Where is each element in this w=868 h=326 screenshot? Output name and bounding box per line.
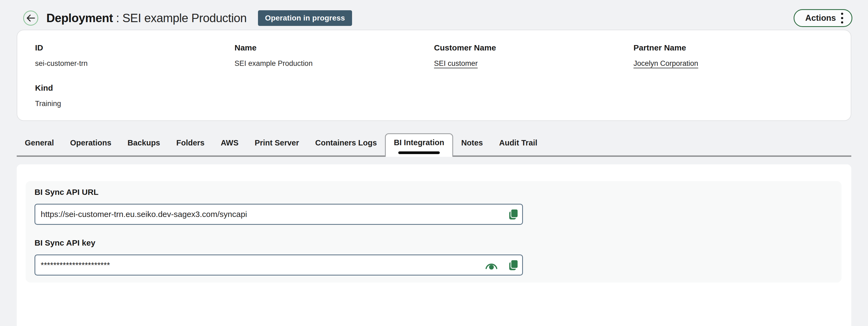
deployment-summary-card: ID sei-customer-trn Name SEI example Pro…	[17, 30, 851, 121]
copy-icon	[507, 258, 519, 272]
summary-field-customer-name: Customer Name SEI customer	[434, 43, 633, 68]
copy-icon	[507, 208, 519, 221]
summary-field-name: Name SEI example Production	[235, 43, 434, 68]
bi-sync-api-key-input-wrap	[34, 254, 523, 275]
field-value: sei-customer-trn	[35, 59, 235, 68]
status-badge: Operation in progress	[258, 10, 352, 26]
summary-field-id: ID sei-customer-trn	[35, 43, 235, 68]
bi-sync-api-key-label: BI Sync API key	[34, 238, 523, 247]
copy-key-button[interactable]	[507, 258, 519, 272]
tab-general[interactable]: General	[17, 134, 62, 156]
tab-backups[interactable]: Backups	[119, 134, 168, 156]
bi-sync-api-key-input[interactable]	[35, 255, 522, 275]
tab-containers-logs[interactable]: Containers Logs	[307, 134, 385, 156]
field-value: Training	[35, 100, 235, 108]
back-button[interactable]	[23, 10, 38, 26]
page-title-entity: Deployment	[46, 11, 113, 25]
tab-aws[interactable]: AWS	[213, 134, 247, 156]
field-label: Customer Name	[434, 43, 633, 52]
page-header: Deployment : SEI example Production Oper…	[0, 0, 868, 30]
bi-sync-card: BI Sync API URL BI Sync API key	[26, 181, 842, 282]
tab-bar: General Operations Backups Folders AWS P…	[17, 133, 851, 157]
arrow-left-icon	[26, 14, 35, 22]
field-label: Kind	[35, 83, 235, 92]
field-label: Name	[235, 43, 434, 52]
tab-print-server[interactable]: Print Server	[247, 134, 307, 156]
reveal-key-button[interactable]	[485, 260, 498, 270]
selected-tab-indicator	[398, 152, 440, 154]
tab-folders[interactable]: Folders	[168, 134, 213, 156]
actions-button-label: Actions	[805, 13, 836, 23]
field-value: SEI example Production	[235, 59, 434, 68]
tab-audit-trail[interactable]: Audit Trail	[491, 134, 546, 156]
bi-sync-api-url-input-wrap	[34, 204, 523, 225]
page-title-name: SEI example Production	[122, 11, 247, 25]
partner-link[interactable]: Jocelyn Corporation	[633, 59, 833, 68]
bi-sync-api-url-field: BI Sync API URL	[34, 188, 523, 225]
kebab-vertical-icon	[841, 12, 843, 24]
tab-bi-integration[interactable]: BI Integration	[385, 133, 453, 157]
copy-url-button[interactable]	[507, 208, 519, 221]
summary-grid: ID sei-customer-trn Name SEI example Pro…	[35, 43, 833, 108]
bi-sync-api-url-label: BI Sync API URL	[34, 188, 523, 197]
actions-button[interactable]: Actions	[794, 9, 852, 27]
summary-field-partner-name: Partner Name Jocelyn Corporation	[633, 43, 833, 68]
customer-link[interactable]: SEI customer	[434, 59, 633, 68]
bi-sync-api-url-input[interactable]	[35, 205, 522, 224]
tab-notes[interactable]: Notes	[453, 134, 491, 156]
tab-bi-integration-label: BI Integration	[394, 138, 444, 147]
tab-operations[interactable]: Operations	[62, 134, 119, 156]
bi-integration-panel: BI Sync API URL BI Sync API key	[17, 164, 851, 326]
page-title-separator: :	[113, 11, 122, 25]
page-title: Deployment : SEI example Production	[46, 11, 247, 25]
field-label: Partner Name	[633, 43, 833, 52]
eye-icon	[485, 260, 498, 270]
bi-sync-api-key-field: BI Sync API key	[34, 238, 523, 275]
summary-field-kind: Kind Training	[35, 83, 235, 108]
field-label: ID	[35, 43, 235, 52]
